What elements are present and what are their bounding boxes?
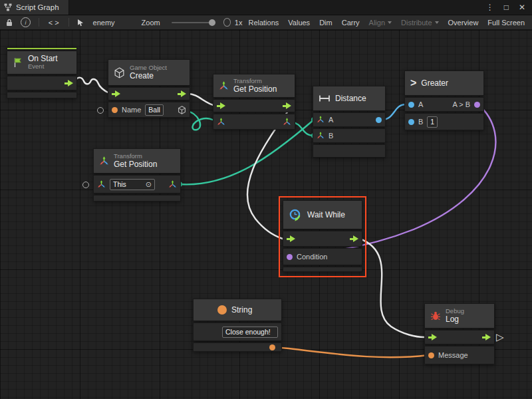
zoom-label: Zoom <box>137 17 165 28</box>
vector-b-input-port[interactable] <box>317 132 325 140</box>
zoom-reset-icon[interactable] <box>223 18 231 27</box>
inspect-icon[interactable]: i <box>17 17 34 27</box>
node-title: Log <box>446 315 464 325</box>
flow-in-port[interactable] <box>217 102 225 109</box>
vector-a-input-port[interactable] <box>317 116 325 124</box>
node-get-position-top[interactable]: Transform Get Position <box>213 74 295 131</box>
values-button[interactable]: Values <box>283 17 315 28</box>
flow-row <box>7 76 77 90</box>
node-on-start-event[interactable]: On Start Event <box>7 47 77 100</box>
transform-input-port[interactable] <box>217 118 225 126</box>
target-field[interactable]: This ⊙ <box>110 179 155 190</box>
wire-start-to-create <box>74 78 110 94</box>
code-view-button[interactable]: < > <box>44 17 64 28</box>
distance-output-port[interactable] <box>376 117 382 123</box>
node-wait-while[interactable]: Wait While Condition <box>283 200 362 273</box>
flow-out-port[interactable] <box>283 102 291 109</box>
title-bar: Script Graph ⋮ □ ✕ <box>0 0 532 15</box>
align-button[interactable]: Align <box>364 17 396 28</box>
node-title: Get Position <box>114 160 157 170</box>
name-input-port[interactable] <box>112 107 118 113</box>
a-port-label: A <box>329 116 333 124</box>
maximize-icon[interactable]: □ <box>504 0 509 15</box>
tab-script-graph[interactable]: Script Graph <box>0 0 69 15</box>
node-get-position-bottom[interactable]: Transform Get Position This ⊙ <box>93 148 181 203</box>
event-accent-bar <box>7 47 77 50</box>
chevron-down-icon <box>388 21 392 24</box>
name-field[interactable]: Ball <box>145 104 164 116</box>
close-icon[interactable]: ✕ <box>519 0 525 15</box>
node-debug-log[interactable]: Debug Log Message <box>424 303 495 366</box>
unconnected-port-indicator <box>82 182 89 188</box>
flow-out-port[interactable] <box>65 80 73 86</box>
gameobject-output-port[interactable] <box>178 106 186 114</box>
unconnected-port-indicator <box>97 107 104 114</box>
position-output-port[interactable] <box>283 118 291 126</box>
toolbar-separator <box>68 18 69 27</box>
carry-button[interactable]: Carry <box>337 17 364 28</box>
value-row: Close enough! <box>193 323 282 341</box>
dim-button[interactable]: Dim <box>315 17 337 28</box>
cube-icon <box>114 67 125 78</box>
result-port-label: A > B <box>452 100 470 108</box>
node-header: Wait While <box>283 200 362 229</box>
node-footer <box>93 195 181 201</box>
wire-string-to-message <box>275 347 428 357</box>
message-port-label: Message <box>438 351 468 359</box>
greater-icon: > <box>410 77 416 89</box>
zoom-slider-handle[interactable] <box>209 19 215 26</box>
relations-button[interactable]: Relations <box>243 17 283 28</box>
flow-in-port[interactable] <box>112 90 120 97</box>
object-picker-icon[interactable]: ⊙ <box>146 181 152 188</box>
a-row: A <box>313 112 386 127</box>
string-output-port[interactable] <box>269 344 275 350</box>
node-header: Game Object Create <box>108 59 190 86</box>
play-indicator-icon: ▷ <box>496 331 504 343</box>
a-port-label: A <box>418 100 423 108</box>
position-output-port[interactable] <box>168 180 177 189</box>
condition-input-port[interactable] <box>287 254 293 260</box>
node-footer <box>7 92 77 98</box>
node-title: Get Position <box>233 85 277 94</box>
node-title: Create <box>130 72 167 81</box>
message-row: Message <box>424 346 495 364</box>
graph-canvas[interactable]: On Start Event Game Object Create <box>0 30 532 399</box>
flow-out-port[interactable] <box>482 334 491 340</box>
node-footer <box>283 267 362 272</box>
node-subtitle: Event <box>28 63 58 70</box>
flow-row <box>283 231 362 247</box>
flow-out-port[interactable] <box>350 235 358 242</box>
string-value-field[interactable]: Close enough! <box>222 327 278 338</box>
node-game-object-create[interactable]: Game Object Create Name Ball <box>108 59 190 119</box>
toolbar-separator <box>39 18 39 27</box>
b-value-field[interactable]: 1 <box>427 116 438 128</box>
tab-title: Script Graph <box>16 3 59 11</box>
b-input-port[interactable] <box>408 119 414 125</box>
node-greater[interactable]: > Greater A A > B B 1 <box>404 70 484 132</box>
overview-button[interactable]: Overview <box>444 17 483 28</box>
transform-input-port[interactable] <box>97 180 106 189</box>
node-string-literal[interactable]: String Close enough! <box>193 299 282 353</box>
distribute-button[interactable]: Distribute <box>396 17 443 28</box>
value-row <box>213 114 295 130</box>
flow-out-port[interactable] <box>178 90 186 97</box>
result-output-port[interactable] <box>474 102 480 108</box>
node-distance[interactable]: Distance A B <box>313 86 386 159</box>
name-port-label: Name <box>122 106 141 114</box>
a-input-port[interactable] <box>408 102 414 108</box>
node-header: > Greater <box>404 70 484 96</box>
transform-icon <box>99 156 109 166</box>
window-menu-icon[interactable]: ⋮ <box>486 0 494 15</box>
full-screen-button[interactable]: Full Screen <box>483 17 529 28</box>
message-input-port[interactable] <box>428 352 434 358</box>
node-header: On Start Event <box>7 51 77 74</box>
wait-clock-icon <box>289 208 303 222</box>
graph-name[interactable]: enemy <box>88 17 120 28</box>
node-title: String <box>231 305 252 315</box>
value-row: This ⊙ <box>93 175 181 194</box>
node-footer <box>313 144 386 158</box>
lock-icon[interactable] <box>3 19 16 27</box>
zoom-slider[interactable] <box>172 22 215 23</box>
flow-in-port[interactable] <box>428 334 437 340</box>
flow-in-port[interactable] <box>287 235 295 242</box>
